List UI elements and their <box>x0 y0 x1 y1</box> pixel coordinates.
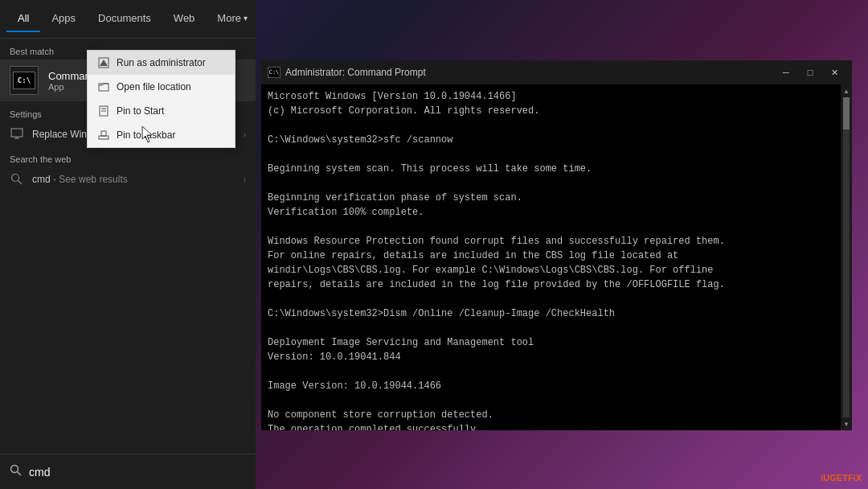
cmd-title-cmd-icon: C:\ <box>269 69 280 76</box>
search-bar[interactable]: cmd <box>0 454 256 489</box>
tab-documents[interactable]: Documents <box>87 6 162 32</box>
scrollbar-thumb[interactable] <box>843 97 850 129</box>
search-web-text: cmd - See web results <box>32 174 235 185</box>
context-run-as-admin[interactable]: Run as administrator <box>88 51 235 75</box>
svg-point-13 <box>11 465 18 472</box>
tab-apps[interactable]: Apps <box>40 6 87 32</box>
pin-to-taskbar-label: Pin to taskbar <box>117 129 175 141</box>
search-web-sub: - See web results <box>53 174 128 185</box>
pin-to-start-label: Pin to Start <box>117 105 164 117</box>
watermark: iUGETFiX <box>821 473 862 483</box>
svg-rect-8 <box>11 129 23 137</box>
cmd-close-button[interactable]: ✕ <box>823 64 845 80</box>
search-web-icon <box>10 172 24 187</box>
cmd-window: C:\ Administrator: Command Prompt ─ □ ✕ … <box>261 60 852 430</box>
search-bar-search-icon <box>10 464 23 480</box>
search-web-arrow-icon: › <box>244 175 246 184</box>
tab-web[interactable]: Web <box>162 6 207 32</box>
pin-to-start-icon <box>97 105 110 117</box>
start-menu: All Apps Documents Web More Best match C… <box>0 0 256 489</box>
context-menu: Run as administrator Open file location … <box>87 50 235 148</box>
monitor-icon <box>10 127 24 142</box>
cmd-minimize-button[interactable]: ─ <box>775 64 797 80</box>
context-pin-to-start[interactable]: Pin to Start <box>88 99 235 123</box>
tab-bar: All Apps Documents Web More <box>0 0 256 39</box>
cmd-symbol-icon: C:\ <box>18 76 31 84</box>
search-term: cmd <box>32 174 51 185</box>
tab-more[interactable]: More <box>206 6 259 32</box>
svg-rect-7 <box>101 131 106 136</box>
pin-to-taskbar-icon <box>97 129 110 142</box>
open-file-location-icon <box>97 80 110 93</box>
svg-rect-1 <box>102 63 105 66</box>
search-web-label: Search the web <box>0 146 256 167</box>
cmd-content-wrapper: Microsoft Windows [Version 10.0.19044.14… <box>261 84 852 430</box>
app-icon-inner: C:\ <box>13 72 35 89</box>
tab-all[interactable]: All <box>6 6 40 32</box>
cmd-title-icon: C:\ <box>268 67 280 78</box>
cmd-content[interactable]: Microsoft Windows [Version 10.0.19044.14… <box>261 84 841 430</box>
cmd-controls: ─ □ ✕ <box>775 64 845 80</box>
scrollbar-up-button[interactable]: ▲ <box>841 86 851 96</box>
cmd-title-text: Administrator: Command Prompt <box>285 67 426 78</box>
context-open-file-location[interactable]: Open file location <box>88 75 235 99</box>
cmd-scrollbar[interactable]: ▲ ▼ <box>841 84 852 430</box>
cmd-title-left: C:\ Administrator: Command Prompt <box>268 67 426 78</box>
cmd-maximize-button[interactable]: □ <box>799 64 821 80</box>
run-as-admin-icon <box>97 56 110 69</box>
search-web-item[interactable]: cmd - See web results › <box>0 167 256 191</box>
context-pin-to-taskbar[interactable]: Pin to taskbar <box>88 123 235 147</box>
scrollbar-down-button[interactable]: ▼ <box>841 419 851 429</box>
svg-rect-2 <box>99 84 108 91</box>
svg-point-11 <box>12 175 19 182</box>
svg-rect-6 <box>99 136 108 139</box>
search-bar-text: cmd <box>29 466 50 479</box>
run-as-admin-label: Run as administrator <box>117 57 206 68</box>
settings-arrow-icon: › <box>244 130 246 139</box>
open-file-location-label: Open file location <box>117 81 191 92</box>
svg-line-12 <box>18 181 23 185</box>
cmd-titlebar: C:\ Administrator: Command Prompt ─ □ ✕ <box>261 60 852 84</box>
scrollbar-track <box>843 97 850 417</box>
app-icon: C:\ <box>10 66 39 95</box>
svg-line-14 <box>18 471 22 475</box>
